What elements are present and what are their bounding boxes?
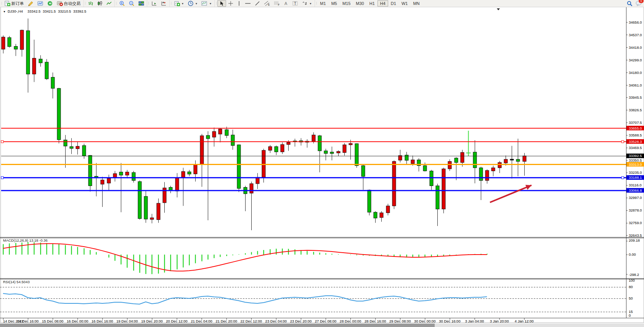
tab-timeframe-M15[interactable]: M15: [340, 0, 353, 6]
autotrading-icon: [57, 1, 63, 6]
tab-timeframe-H4[interactable]: H4: [377, 0, 388, 6]
templates-button[interactable]: ▼: [199, 0, 214, 7]
mql-editor-button[interactable]: [26, 0, 35, 7]
candle-body: [212, 131, 216, 137]
crosshair-icon: [228, 1, 233, 6]
new-order-button[interactable]: 新订单: [3, 0, 26, 7]
line-anchor-square[interactable]: [1, 176, 3, 179]
label-button[interactable]: T: [291, 0, 300, 7]
autotrading-button[interactable]: 自动交易: [55, 0, 83, 7]
arrows-button[interactable]: ▼: [300, 0, 314, 7]
candle-body: [349, 143, 352, 145]
horizontal-scrollbar-thumb[interactable]: [0, 324, 435, 327]
ohlc-open: 33342.5: [27, 9, 40, 13]
price-axis-tick-label: 33945.5: [629, 95, 642, 99]
zoom-in-icon: [119, 1, 125, 6]
horizontal-line-icon: [245, 1, 251, 6]
tab-timeframe-M30[interactable]: M30: [353, 0, 366, 6]
auto-scroll-icon: [151, 1, 157, 6]
indicators-button[interactable]: ▼: [172, 0, 186, 7]
line-anchor-square[interactable]: [622, 176, 624, 179]
price-badge-label: 33188.1: [629, 175, 642, 180]
candle-body: [368, 190, 371, 212]
candle-body: [218, 129, 222, 134]
candle-body: [64, 140, 67, 146]
vertical-line-button[interactable]: [235, 0, 243, 7]
trendline-button[interactable]: [253, 0, 262, 7]
time-axis-label: 4 Jan 12:00: [515, 319, 534, 323]
price-axis-tick-label: 32878.0: [629, 208, 642, 212]
search-icon[interactable]: [627, 1, 633, 6]
price-axis-tick-label: 34180.0: [629, 71, 642, 75]
candle-body: [287, 143, 290, 145]
signals-button[interactable]: [45, 0, 55, 7]
toolbar-group-zoom: ⁞: [114, 0, 147, 7]
candle-body: [132, 173, 135, 181]
svg-text:A: A: [284, 1, 287, 6]
candle-body: [175, 178, 179, 191]
line-chart-button[interactable]: [104, 0, 114, 7]
text-button[interactable]: A: [282, 0, 291, 7]
toolbar-group-scroll: ⁞: [147, 0, 170, 7]
tile-windows-button[interactable]: [137, 0, 146, 7]
candle-body: [188, 172, 191, 174]
tab-timeframe-D1[interactable]: D1: [388, 0, 399, 6]
channel-button[interactable]: E: [262, 0, 272, 7]
ohlc-low: 33210.5: [58, 9, 71, 13]
cursor-icon: [219, 1, 224, 6]
line-anchor-square[interactable]: [1, 141, 3, 143]
cursor-button[interactable]: [217, 0, 226, 7]
line-anchor-square[interactable]: [622, 141, 624, 143]
tab-timeframe-M1[interactable]: M1: [317, 0, 328, 6]
periods-button[interactable]: ▼: [186, 0, 200, 7]
macd-axis-label: 209.18: [629, 238, 640, 242]
price-badge-label: 33392.5: [629, 154, 642, 158]
crosshair-button[interactable]: [226, 0, 235, 7]
zoom-in-button[interactable]: [117, 0, 127, 7]
zoom-out-button[interactable]: [127, 0, 137, 7]
notification-button[interactable]: 1: [636, 0, 642, 7]
candle-body: [454, 158, 458, 163]
svg-text:RSI(14) 54.5043: RSI(14) 54.5043: [3, 280, 30, 284]
price-axis-tick-label: 33588.5: [629, 133, 642, 137]
toolbar-grip: ⁞: [171, 2, 172, 5]
candle-body: [355, 144, 358, 166]
chart-shift-icon: [161, 1, 167, 6]
price-badge-label: 33655.0: [629, 126, 642, 130]
candle-body: [436, 186, 439, 209]
candlestick-button[interactable]: [95, 0, 104, 7]
zoom-out-icon: [129, 1, 135, 6]
bar-chart-button[interactable]: [86, 0, 95, 7]
candle-body: [181, 172, 185, 178]
price-axis-tick-label: 34299.0: [629, 58, 642, 62]
candle-body: [26, 31, 30, 74]
market-watch-button[interactable]: [35, 0, 45, 7]
horizontal-line-button[interactable]: [243, 0, 253, 7]
autotrading-label: 自动交易: [64, 1, 81, 6]
arrows-icon: [302, 1, 308, 6]
chart-expand-icon[interactable]: ▼: [3, 10, 6, 13]
macd-label: MACD(12,26,9) 13.18 -0.36: [3, 238, 48, 242]
candle-body: [461, 152, 464, 162]
fibonacci-button[interactable]: F: [272, 0, 282, 7]
svg-text:E: E: [268, 3, 270, 6]
toolbar-group-timeframes: ⁞ M1M5M15M30H1H4D1W1MN: [315, 0, 423, 7]
tab-timeframe-MN[interactable]: MN: [410, 0, 422, 6]
price-axis-tick-label: 33469.5: [629, 146, 642, 150]
candle-body: [237, 145, 241, 188]
candle-body: [479, 168, 483, 180]
candle-body: [150, 218, 154, 219]
chart-shift-button[interactable]: [159, 0, 169, 7]
tab-timeframe-M5[interactable]: M5: [329, 0, 340, 6]
indicators-icon: [174, 1, 180, 6]
price-axis-tick-label: 33707.5: [629, 120, 642, 125]
auto-scroll-button[interactable]: [149, 0, 159, 7]
price-axis-tick-label: 33350.5: [629, 158, 642, 162]
rsi-axis-label: 0: [629, 313, 631, 317]
market-watch-icon: [37, 1, 43, 6]
candle-body: [430, 171, 433, 186]
tab-timeframe-H1[interactable]: H1: [367, 0, 377, 6]
time-axis-label: 30 Dec 16:00: [439, 319, 461, 323]
tab-timeframe-W1[interactable]: W1: [399, 0, 411, 6]
time-axis-label: 29 Dec 08:00: [389, 319, 411, 323]
